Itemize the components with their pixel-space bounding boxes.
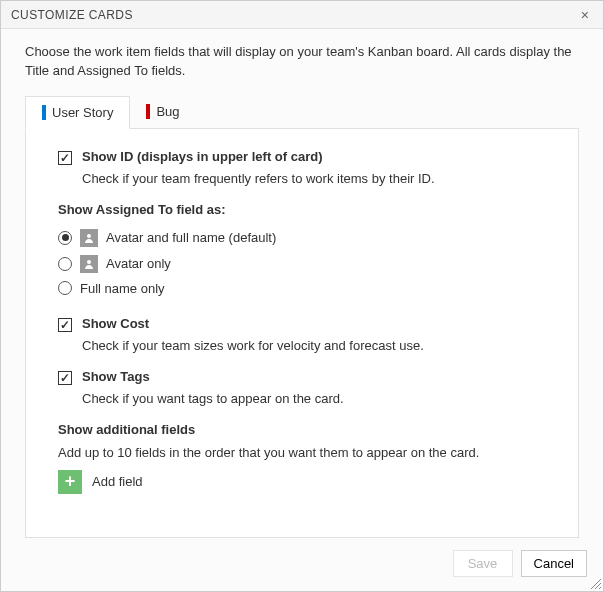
tab-label: User Story (52, 105, 113, 120)
dialog-content: Choose the work item fields that will di… (1, 29, 603, 538)
svg-point-0 (87, 234, 91, 238)
radio-avatar-and-name[interactable]: Avatar and full name (default) (58, 225, 554, 251)
radio-icon (58, 231, 72, 245)
show-id-help: Check if your team frequently refers to … (82, 171, 554, 186)
titlebar: CUSTOMIZE CARDS × (1, 1, 603, 29)
additional-fields-title: Show additional fields (58, 422, 554, 437)
radio-full-name-only[interactable]: Full name only (58, 277, 554, 300)
tab-panel: Show ID (displays in upper left of card)… (25, 128, 579, 538)
tab-user-story[interactable]: User Story (25, 96, 130, 129)
show-id-label: Show ID (displays in upper left of card) (82, 149, 323, 164)
tab-bug[interactable]: Bug (130, 95, 195, 128)
svg-point-1 (87, 260, 91, 264)
plus-icon: + (65, 471, 76, 492)
radio-icon (58, 257, 72, 271)
avatar-icon (80, 229, 98, 247)
show-tags-help: Check if you want tags to appear on the … (82, 391, 554, 406)
additional-fields-help: Add up to 10 fields in the order that yo… (58, 445, 554, 460)
tab-label: Bug (156, 104, 179, 119)
radio-label: Avatar and full name (default) (106, 230, 276, 245)
show-tags-label: Show Tags (82, 369, 150, 384)
avatar-icon (80, 255, 98, 273)
assigned-to-title: Show Assigned To field as: (58, 202, 554, 217)
add-field-button[interactable]: + (58, 470, 82, 494)
dialog-footer: Save Cancel (1, 538, 603, 591)
show-cost-checkbox[interactable] (58, 318, 72, 332)
cancel-button[interactable]: Cancel (521, 550, 587, 577)
dialog-title: CUSTOMIZE CARDS (11, 8, 133, 22)
user-story-color-bar (42, 105, 46, 120)
add-field-row: + Add field (58, 470, 554, 494)
show-tags-row: Show Tags (58, 369, 554, 385)
show-id-row: Show ID (displays in upper left of card) (58, 149, 554, 165)
radio-label: Full name only (80, 281, 165, 296)
radio-label: Avatar only (106, 256, 171, 271)
show-tags-checkbox[interactable] (58, 371, 72, 385)
radio-avatar-only[interactable]: Avatar only (58, 251, 554, 277)
customize-cards-dialog: CUSTOMIZE CARDS × Choose the work item f… (0, 0, 604, 592)
bug-color-bar (146, 104, 150, 119)
close-icon[interactable]: × (577, 5, 593, 25)
dialog-description: Choose the work item fields that will di… (25, 43, 579, 81)
assigned-to-radio-group: Avatar and full name (default) Avatar on… (58, 225, 554, 300)
show-cost-help: Check if your team sizes work for veloci… (82, 338, 554, 353)
show-cost-label: Show Cost (82, 316, 149, 331)
save-button[interactable]: Save (453, 550, 513, 577)
show-cost-row: Show Cost (58, 316, 554, 332)
add-field-label: Add field (92, 474, 143, 489)
tab-list: User Story Bug (25, 95, 579, 128)
show-id-checkbox[interactable] (58, 151, 72, 165)
radio-icon (58, 281, 72, 295)
